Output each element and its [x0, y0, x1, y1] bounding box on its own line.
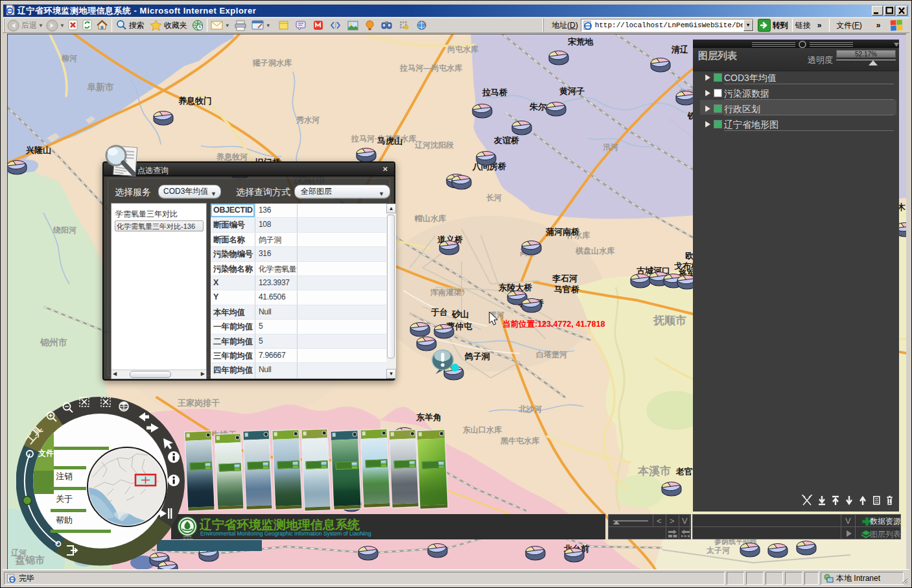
svg-text:文件: 文件 [38, 449, 54, 458]
svg-text:帮助: 帮助 [56, 515, 73, 525]
svg-text:V: V [682, 516, 688, 526]
svg-text:图层列表: 图层列表 [870, 530, 901, 539]
svg-text:数据资源: 数据资源 [870, 517, 901, 526]
svg-text:>: > [670, 516, 675, 526]
svg-text:<: < [657, 516, 662, 526]
svg-text:V: V [845, 516, 851, 526]
svg-text:注销: 注销 [56, 471, 73, 481]
svg-text:关于: 关于 [56, 494, 73, 504]
